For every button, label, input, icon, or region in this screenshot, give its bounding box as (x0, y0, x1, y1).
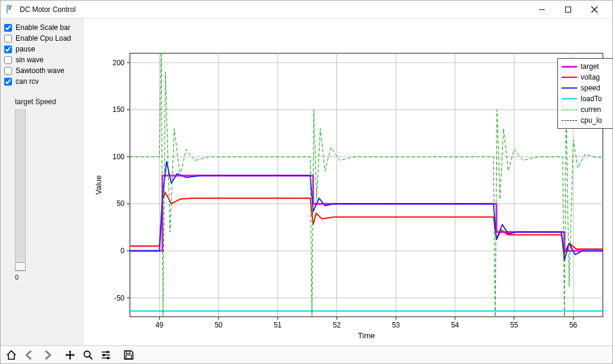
nav-toolbar (1, 345, 612, 363)
legend-item: target (562, 61, 609, 72)
svg-rect-4 (130, 53, 603, 317)
legend-label: loadTo (581, 93, 602, 104)
svg-text:55: 55 (510, 321, 518, 329)
checkbox-label: can rcv (16, 77, 39, 86)
scale-area: target Speed 0 (4, 98, 79, 281)
checkbox-input[interactable] (4, 35, 12, 43)
checkbox-label: Enable Cpu Load (16, 34, 71, 43)
configure-button[interactable] (98, 347, 114, 363)
checkbox-input[interactable] (4, 46, 12, 53)
legend-swatch (562, 110, 577, 110)
svg-text:-50: -50 (114, 294, 125, 302)
checkbox-can-rcv[interactable]: can rcv (4, 76, 79, 87)
chart-pane: 4950515253545556-50050100150200TimeValue… (83, 19, 612, 345)
legend-swatch (562, 120, 577, 121)
series-voltage (130, 193, 603, 253)
legend-swatch (562, 98, 577, 99)
save-button[interactable] (120, 347, 137, 363)
home-button[interactable] (3, 347, 20, 363)
back-button[interactable] (21, 347, 38, 363)
svg-text:150: 150 (113, 105, 125, 114)
svg-rect-55 (103, 354, 105, 356)
zoom-button[interactable] (80, 347, 96, 363)
legend-swatch (562, 87, 577, 89)
pan-button[interactable] (62, 347, 78, 363)
legend-item: cpu_lo (562, 115, 609, 126)
scale-label: target Speed (15, 98, 79, 106)
svg-line-51 (90, 356, 93, 359)
checkbox-sawtooth-wave[interactable]: Sawtooth wave (4, 65, 79, 76)
legend-item: voltag (562, 72, 609, 83)
legend-item: curren (562, 104, 609, 115)
legend-label: target (581, 61, 599, 72)
svg-text:0: 0 (120, 247, 125, 255)
close-button[interactable] (581, 1, 608, 18)
svg-text:50: 50 (117, 199, 125, 208)
checkbox-input[interactable] (4, 67, 12, 75)
legend: targetvoltagspeedloadTocurrencpu_lo (557, 58, 612, 129)
svg-text:56: 56 (569, 321, 578, 329)
titlebar: DC Motor Control (1, 1, 612, 19)
svg-text:100: 100 (113, 153, 125, 161)
legend-item: loadTo (562, 93, 609, 104)
checkbox-label: Enable Scale bar (16, 23, 70, 32)
checkbox-pause[interactable]: pause (4, 44, 79, 54)
legend-item: speed (562, 83, 609, 93)
series-current (130, 44, 603, 317)
svg-rect-1 (566, 7, 571, 12)
svg-text:54: 54 (451, 321, 459, 329)
window-title: DC Motor Control (20, 5, 75, 14)
legend-swatch (562, 77, 577, 78)
svg-text:Value: Value (94, 175, 103, 195)
checkbox-input[interactable] (4, 24, 12, 32)
checkbox-enable-cpu-load[interactable]: Enable Cpu Load (4, 33, 79, 44)
scale-value: 0 (15, 274, 79, 281)
svg-text:53: 53 (392, 321, 400, 329)
svg-text:49: 49 (156, 321, 164, 329)
svg-point-50 (84, 351, 90, 357)
legend-swatch (562, 66, 577, 68)
checkbox-label: pause (16, 45, 35, 53)
app-window: DC Motor Control Enable Scale barEnable … (0, 0, 613, 364)
svg-rect-58 (126, 351, 130, 353)
checkbox-label: Sawtooth wave (16, 66, 64, 75)
checkbox-sin-wave[interactable]: sin wave (4, 54, 79, 65)
svg-text:52: 52 (333, 321, 341, 329)
svg-text:Time: Time (358, 331, 375, 340)
series-target (130, 175, 603, 251)
sidebar: Enable Scale barEnable Cpu Loadpausesin … (1, 19, 83, 345)
svg-rect-57 (107, 357, 109, 359)
app-icon (5, 5, 15, 14)
legend-label: voltag (581, 72, 600, 83)
checkbox-enable-scale-bar[interactable]: Enable Scale bar (4, 22, 79, 33)
minimize-button[interactable] (529, 1, 555, 18)
forward-button[interactable] (39, 347, 56, 363)
svg-text:200: 200 (113, 59, 125, 67)
scale-handle[interactable] (15, 262, 26, 271)
chart[interactable]: 4950515253545556-50050100150200TimeValue (83, 19, 612, 345)
maximize-button[interactable] (555, 1, 581, 18)
svg-text:51: 51 (274, 321, 282, 329)
svg-rect-53 (107, 351, 108, 353)
legend-label: curren (581, 104, 601, 115)
legend-label: cpu_lo (581, 115, 602, 126)
checkbox-input[interactable] (4, 56, 12, 64)
svg-rect-59 (126, 355, 132, 359)
scale-slider[interactable] (15, 110, 26, 271)
svg-text:50: 50 (214, 321, 223, 329)
checkbox-input[interactable] (4, 78, 12, 86)
legend-label: speed (581, 83, 600, 93)
checkbox-label: sin wave (16, 56, 44, 64)
